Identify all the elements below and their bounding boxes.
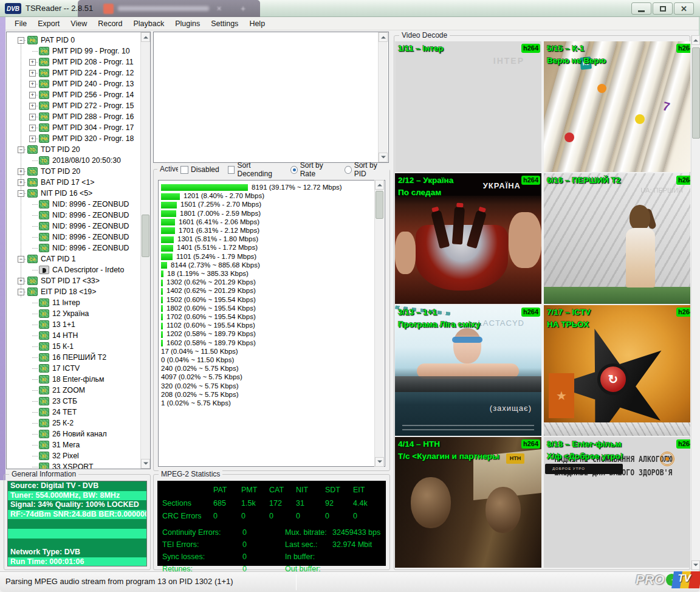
video-preview-ictv[interactable]: ↻ ★ 7/17 – ICTV НА ТРЬОХh264 bbox=[544, 305, 690, 436]
radio-sort-by-rate[interactable]: Sort by Rate bbox=[290, 161, 336, 178]
expand-icon[interactable]: + bbox=[29, 125, 36, 131]
pid-row[interactable]: 1701 (6.31% - 2.12 Mbps) bbox=[161, 226, 259, 235]
video-preview-enter[interactable]: НАДМІРНЕ СПОЖИВАННЯ АЛКОГОЛЮ ШКІДЛИВЕ ДЛ… bbox=[544, 437, 690, 568]
video-preview-ukraina[interactable]: УКРАЇНА 2/12 – Україна По следамh264 bbox=[395, 173, 541, 304]
pid-row[interactable]: 8144 (2.73% ~ 885.68 Kbps) bbox=[161, 261, 260, 269]
pid-row[interactable]: 4097 (0.02% ~ 5.75 Kbps) bbox=[161, 373, 242, 381]
checkbox-icon[interactable] bbox=[228, 166, 235, 174]
scroll-up-button[interactable] bbox=[141, 32, 150, 42]
checkbox-disabled[interactable]: Disabled bbox=[180, 165, 219, 174]
tree-item[interactable]: +SDSDT PID 17 <33> bbox=[7, 275, 146, 286]
tree-item[interactable]: NINID: 8996 - ZEONBUD bbox=[7, 232, 146, 243]
pid-row[interactable]: 0 (0.04% ~ 11.50 Kbps) bbox=[161, 356, 234, 364]
pid-row[interactable]: 1102 (0.60% ~ 195.54 Kbps) bbox=[161, 321, 255, 329]
expand-icon[interactable]: + bbox=[29, 92, 36, 98]
tree-item[interactable]: +PMPMT PID 272 - Progr. 15 bbox=[7, 100, 146, 111]
tree-item[interactable]: +PMPMT PID 256 - Progr. 14 bbox=[7, 89, 146, 100]
tree-item[interactable]: EI14 НТН bbox=[7, 330, 146, 341]
video-scrollbar[interactable] bbox=[691, 35, 700, 570]
tree-item[interactable]: EI24 ТЕТ bbox=[7, 407, 146, 418]
tree-item[interactable]: −PAPAT PID 0 bbox=[7, 35, 146, 46]
menu-item-help[interactable]: Help bbox=[244, 18, 270, 30]
detail-scrollbar[interactable] bbox=[378, 32, 388, 162]
maximize-button[interactable] bbox=[653, 2, 673, 15]
tree-item[interactable]: +TDTOT PID 20 bbox=[7, 166, 146, 177]
tree-item[interactable]: EI16 ПЕРШИЙ Т2 bbox=[7, 352, 146, 363]
tree-item[interactable]: −EIEIT PID 18 <19> bbox=[7, 286, 146, 297]
tree-item[interactable]: NINID: 8996 - ZEONBUD bbox=[7, 243, 146, 253]
checkbox-sort-decending[interactable]: Sort Decending bbox=[228, 161, 282, 178]
pid-row[interactable]: 1801 (7.00% - 2.59 Mbps) bbox=[161, 209, 261, 218]
detail-listbox[interactable] bbox=[153, 32, 389, 163]
tree-item[interactable]: +PMPMT PID 304 - Progr. 17 bbox=[7, 122, 146, 133]
tree-item[interactable]: CA Descriptor - Irdeto bbox=[7, 264, 146, 275]
expand-icon[interactable]: + bbox=[29, 103, 36, 109]
video-preview-ntn[interactable]: НТН4/14 – НТН Т/с <Кулагин и партнерыh26… bbox=[395, 437, 541, 568]
pid-row[interactable]: 1802 (0.60% ~ 195.54 Kbps) bbox=[161, 304, 256, 312]
tree-item[interactable]: +PMPMT PID 240 - Progr. 13 bbox=[7, 78, 146, 89]
video-preview-k1[interactable]: 7 К15/15 – К-1 Верю не Верюh264 bbox=[544, 41, 690, 172]
expand-icon[interactable]: + bbox=[18, 179, 24, 186]
collapse-icon[interactable]: − bbox=[18, 146, 24, 153]
pid-row[interactable]: 1301 (5.81% - 1.80 Mbps) bbox=[161, 235, 258, 243]
tree-item[interactable]: +BABAT PID 17 <1> bbox=[7, 177, 146, 188]
radio-sort-by-pid[interactable]: Sort by PID bbox=[345, 161, 387, 178]
tree-item[interactable]: EI33 XSPORT bbox=[7, 461, 146, 469]
tree-item[interactable]: TD2018/08/10 20:50:30 bbox=[7, 155, 146, 166]
minimize-button[interactable] bbox=[631, 2, 651, 15]
video-preview-oneplusone[interactable]: LACTACYD (захищає) 3/13 – 1+1 Програма Л… bbox=[395, 305, 541, 436]
expand-icon[interactable]: + bbox=[29, 136, 36, 142]
pid-row[interactable]: 8191 (39.17% ~ 12.72 Mbps) bbox=[161, 183, 342, 191]
tree-item[interactable]: +PMPMT PID 224 - Progr. 12 bbox=[7, 67, 146, 78]
scroll-down-button[interactable] bbox=[375, 457, 384, 467]
expand-icon[interactable]: + bbox=[29, 70, 36, 77]
menu-item-file[interactable]: File bbox=[9, 18, 32, 30]
tree-item[interactable]: NINID: 8996 - ZEONBUD bbox=[7, 221, 146, 232]
video-preview-inter[interactable]: ІНТЕР1/11 – Інтерh264 bbox=[395, 41, 541, 172]
scrollbar-thumb[interactable] bbox=[376, 191, 383, 219]
pid-row[interactable]: 208 (0.02% ~ 5.75 Kbps) bbox=[161, 390, 239, 399]
menu-item-playback[interactable]: Playback bbox=[128, 18, 170, 30]
tree-item[interactable]: EI11 Інтер bbox=[7, 297, 146, 308]
scrollbar-thumb[interactable] bbox=[142, 215, 149, 257]
pid-row[interactable]: 1402 (0.62% ~ 201.29 Kbps) bbox=[161, 286, 256, 295]
pid-row[interactable]: 1401 (5.51% - 1.72 Mbps) bbox=[161, 243, 258, 252]
tree-item[interactable]: EI12 Україна bbox=[7, 308, 146, 319]
expand-icon[interactable]: + bbox=[18, 278, 24, 284]
tree-item[interactable]: EI32 Pixel bbox=[7, 450, 146, 461]
collapse-icon[interactable]: − bbox=[18, 190, 24, 197]
pid-row[interactable]: 1 (0.02% ~ 5.75 Kbps) bbox=[161, 399, 231, 407]
collapse-icon[interactable]: − bbox=[18, 256, 24, 263]
collapse-icon[interactable]: − bbox=[18, 37, 24, 44]
tree-item[interactable]: EI17 ICTV bbox=[7, 363, 146, 374]
tree-item[interactable]: EI31 Мега bbox=[7, 439, 146, 450]
collapse-icon[interactable]: − bbox=[18, 289, 24, 295]
pid-bitrate-list[interactable]: 8191 (39.17% ~ 12.72 Mbps)1201 (8.40% - … bbox=[158, 180, 385, 467]
tree-item[interactable]: EI13 1+1 bbox=[7, 319, 146, 330]
radio-icon[interactable] bbox=[290, 166, 298, 174]
tree-item[interactable]: EI21 ZOOM bbox=[7, 385, 146, 396]
pid-row[interactable]: 1302 (0.62% ~ 201.29 Kbps) bbox=[161, 278, 256, 286]
pid-row[interactable]: 1602 (0.58% ~ 189.79 Kbps) bbox=[161, 339, 256, 347]
checkbox-icon[interactable] bbox=[180, 166, 188, 174]
tree-item[interactable]: EI26 Новий канал bbox=[7, 429, 146, 439]
scroll-up-button[interactable] bbox=[691, 35, 700, 45]
tree-item[interactable]: −TDTDT PID 20 bbox=[7, 144, 146, 155]
tree-item[interactable]: EI23 СТБ bbox=[7, 396, 146, 407]
pid-list-scrollbar[interactable] bbox=[374, 180, 384, 467]
pid-row[interactable]: 240 (0.02% ~ 5.75 Kbps) bbox=[161, 364, 239, 373]
tree-item[interactable]: −CACAT PID 1 bbox=[7, 253, 146, 264]
tree-item[interactable]: EI18 Enter-фільм bbox=[7, 374, 146, 385]
pid-row[interactable]: 1501 (7.25% - 2.70 Mbps) bbox=[161, 200, 261, 208]
tree-scrollbar[interactable] bbox=[140, 32, 150, 469]
expand-icon[interactable]: + bbox=[29, 114, 36, 120]
tree-item[interactable]: −NINIT PID 16 <5> bbox=[7, 188, 146, 199]
menu-item-settings[interactable]: Settings bbox=[205, 18, 244, 30]
tree-item[interactable]: PMPMT PID 99 - Progr. 10 bbox=[7, 46, 146, 57]
menu-item-record[interactable]: Record bbox=[92, 18, 128, 30]
pid-row[interactable]: 18 (1.19% ~ 385.33 Kbps) bbox=[161, 269, 249, 278]
tree-item[interactable]: +PMPMT PID 208 - Progr. 11 bbox=[7, 57, 146, 67]
tree-item[interactable]: EI15 К-1 bbox=[7, 341, 146, 352]
close-button[interactable]: ✕ bbox=[674, 2, 694, 15]
expand-icon[interactable]: + bbox=[29, 81, 36, 88]
